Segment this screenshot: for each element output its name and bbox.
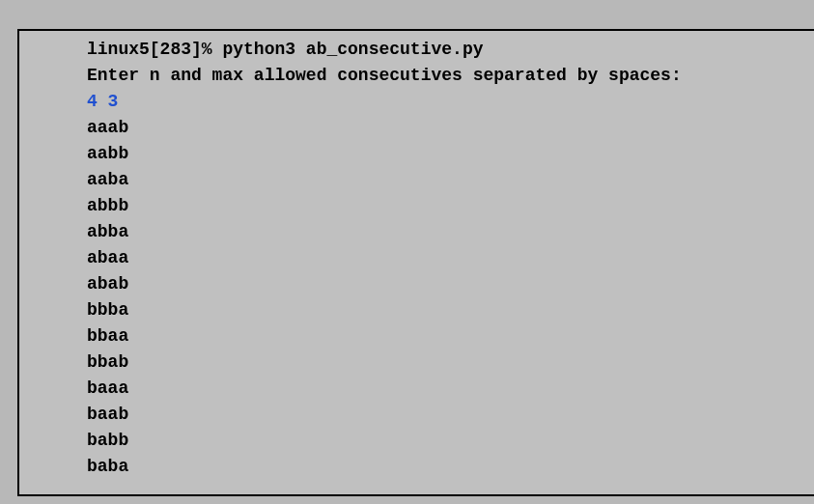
output-line: bbba xyxy=(87,297,814,323)
terminal-content: linux5[283]% python3 ab_consecutive.py E… xyxy=(19,37,814,480)
command-line: linux5[283]% python3 ab_consecutive.py xyxy=(87,37,814,63)
user-input: 4 3 xyxy=(87,89,814,115)
output-line: bbab xyxy=(87,350,814,376)
command-text: python3 ab_consecutive.py xyxy=(222,40,483,59)
output-line: bbaa xyxy=(87,323,814,350)
output-line: aabb xyxy=(87,141,814,167)
output-line: abbb xyxy=(87,193,814,219)
output-line: baab xyxy=(87,402,814,428)
terminal-window[interactable]: linux5[283]% python3 ab_consecutive.py E… xyxy=(17,29,814,496)
output-line: baba xyxy=(87,454,814,480)
output-line: babb xyxy=(87,428,814,454)
program-prompt: Enter n and max allowed consecutives sep… xyxy=(87,63,814,89)
output-line: abba xyxy=(87,219,814,245)
output-line: abab xyxy=(87,271,814,297)
output-line: aaba xyxy=(87,167,814,193)
output-line: abaa xyxy=(87,245,814,271)
output-line: aaab xyxy=(87,115,814,141)
shell-prompt: linux5[283]% xyxy=(87,40,222,59)
output-line: baaa xyxy=(87,376,814,402)
output-container: aaabaabbaabaabbbabbaabaaababbbbabbaabbab… xyxy=(87,115,814,480)
